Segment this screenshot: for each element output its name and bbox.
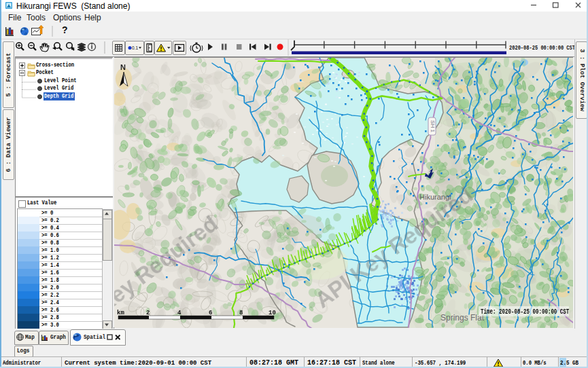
svg-text:N: N	[120, 63, 126, 71]
svg-text:Springs Flat: Springs Flat	[440, 313, 485, 323]
svg-text:4: 4	[177, 310, 181, 316]
svg-text:0.1: 0.1	[132, 45, 138, 50]
svg-text:SH 1: SH 1	[430, 120, 436, 132]
svg-text:10: 10	[269, 310, 276, 316]
svg-text:km: km	[117, 310, 124, 316]
svg-text:Time: 2020-08-25 00:00:00 CST: Time: 2020-08-25 00:00:00 CST	[481, 308, 570, 316]
svg-text:6: 6	[209, 310, 212, 316]
svg-text:8: 8	[239, 310, 243, 316]
svg-text:2: 2	[146, 310, 150, 316]
